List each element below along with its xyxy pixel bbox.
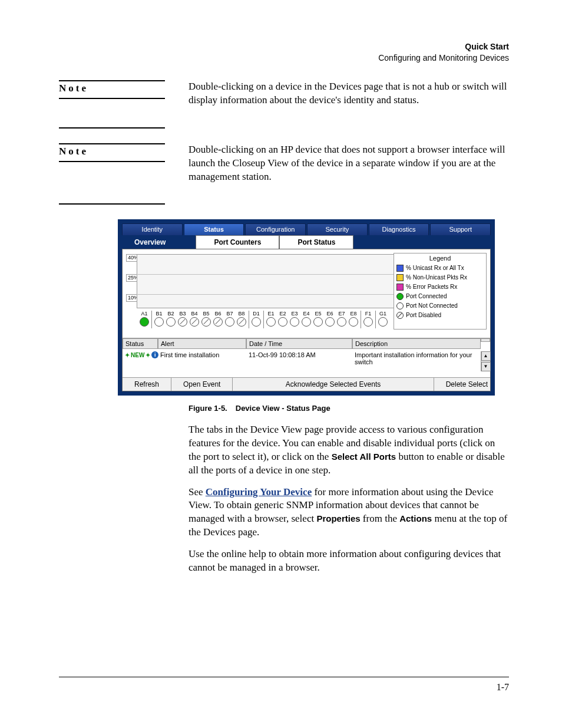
subtab-port-counters[interactable]: Port Counters (196, 235, 279, 249)
legend-item: % Unicast Rx or All Tx (396, 263, 484, 273)
subtab-port-status[interactable]: Port Status (279, 235, 353, 249)
open-event-button[interactable]: Open Event (171, 378, 233, 391)
port-status-icon (302, 317, 311, 327)
port-B8[interactable]: B8 (236, 311, 247, 328)
port-label: B3 (179, 311, 186, 317)
port-label: B7 (226, 311, 233, 317)
header-title: Quick Start (59, 41, 509, 52)
port-G1[interactable]: G1 (378, 311, 388, 328)
port-E3[interactable]: E3 (289, 311, 300, 328)
subtab-overview[interactable]: Overview (124, 235, 196, 249)
col-scroller (481, 338, 490, 342)
note-block-2: Note Double-clicking on an HP device tha… (59, 143, 509, 205)
port-B2[interactable]: B2 (166, 311, 176, 328)
port-label: B2 (167, 311, 174, 317)
port-status-icon (349, 317, 358, 327)
port-E7[interactable]: E7 (336, 311, 347, 328)
col-alert: Alert (158, 338, 246, 349)
legend-swatch-icon (396, 274, 404, 281)
legend-label: Port Not Connected (406, 301, 458, 311)
figure-caption: Figure 1-5.Device View - Status Page (189, 404, 509, 413)
delete-selected-button[interactable]: Delete Select (434, 378, 490, 391)
port-label: E4 (303, 311, 309, 317)
port-status-icon (337, 317, 346, 327)
port-label: F1 (365, 311, 372, 317)
event-description: Important installation information for y… (352, 351, 481, 365)
body-text: The tabs in the Device View page provide… (189, 423, 509, 575)
event-datetime: 11-Oct-99 10:08:18 AM (246, 351, 352, 358)
tab-configuration[interactable]: Configuration (245, 223, 306, 235)
new-badge: ✦NEW✦ i (125, 351, 158, 358)
legend-label: % Non-Unicast Pkts Rx (406, 273, 467, 282)
configuring-your-device-link[interactable]: Configuring Your Device (206, 486, 312, 498)
port-E1[interactable]: E1 (266, 311, 276, 328)
port-A1[interactable]: A1 (139, 311, 150, 328)
port-status-icon (266, 317, 276, 327)
note-label: Note (59, 143, 165, 162)
legend-swatch-icon (396, 312, 404, 319)
port-D1[interactable]: D1 (251, 311, 262, 328)
port-E2[interactable]: E2 (277, 311, 288, 328)
port-status-icon (154, 317, 164, 327)
tab-status[interactable]: Status (184, 223, 244, 235)
port-B5[interactable]: B5 (201, 311, 211, 328)
port-B3[interactable]: B3 (177, 311, 188, 328)
port-B7[interactable]: B7 (224, 311, 235, 328)
legend-item: Port Disabled (396, 311, 484, 320)
port-status-icon (225, 317, 234, 327)
event-row[interactable]: ✦NEW✦ i First time installation 11-Oct-9… (123, 349, 490, 377)
tab-support[interactable]: Support (430, 223, 491, 235)
port-E6[interactable]: E6 (325, 311, 335, 328)
port-row: A1B1B2B3B4B5B6B7B8D1E1E2E3E4E5E6E7E8F1G1 (139, 311, 398, 328)
event-table: Status Alert Date / Time Description ✦NE… (123, 338, 490, 377)
legend-title: Legend (396, 255, 484, 262)
legend-label: % Error Packets Rx (406, 282, 457, 292)
action-bar: Refresh Open Event Acknowledge Selected … (123, 377, 490, 391)
port-E8[interactable]: E8 (348, 311, 359, 328)
scroll-down-icon[interactable]: ▼ (481, 362, 491, 371)
scrollbar[interactable]: ▲ ▼ (481, 351, 490, 371)
legend-label: Port Connected (406, 292, 447, 301)
page-number: 1-7 (497, 682, 509, 693)
port-F1[interactable]: F1 (363, 311, 373, 328)
page-header: Quick Start Configuring and Monitoring D… (59, 41, 509, 64)
port-label: A1 (141, 311, 147, 317)
note-block-1: Note Double-clicking on a device in the … (59, 80, 509, 129)
tab-security[interactable]: Security (307, 223, 368, 235)
port-B4[interactable]: B4 (189, 311, 200, 328)
port-status-icon (313, 317, 323, 327)
note-label: Note (59, 80, 165, 99)
port-label: B5 (203, 311, 209, 317)
figure-number: Figure 1-5. (189, 404, 227, 413)
port-label: E1 (267, 311, 274, 317)
port-status-icon (166, 317, 176, 327)
note-text: Double-clicking on an HP device that doe… (189, 143, 509, 205)
ack-events-button[interactable]: Acknowledge Selected Events (233, 378, 434, 391)
port-label: E5 (315, 311, 321, 317)
port-label: G1 (379, 311, 386, 317)
port-status-icon (213, 317, 223, 327)
port-B1[interactable]: B1 (154, 311, 164, 328)
refresh-button[interactable]: Refresh (123, 378, 171, 391)
legend-label: Port Disabled (406, 311, 441, 320)
top-tab-row: Identity Status Configuration Security D… (121, 222, 492, 235)
scroll-up-icon[interactable]: ▲ (481, 351, 491, 361)
legend-swatch-icon (396, 302, 404, 309)
legend-item: % Error Packets Rx (396, 282, 484, 292)
port-label: E7 (338, 311, 345, 317)
tab-diagnostics[interactable]: Diagnostics (369, 223, 429, 235)
legend-box: Legend % Unicast Rx or All Tx% Non-Unica… (394, 253, 487, 330)
port-label: E2 (279, 311, 286, 317)
port-label: E3 (291, 311, 297, 317)
tab-identity[interactable]: Identity (122, 223, 183, 235)
legend-swatch-icon (396, 293, 404, 300)
port-status-icon (363, 317, 373, 327)
port-E5[interactable]: E5 (313, 311, 323, 328)
port-B6[interactable]: B6 (213, 311, 223, 328)
legend-item: Port Not Connected (396, 301, 484, 311)
port-E4[interactable]: E4 (301, 311, 312, 328)
legend-swatch-icon (396, 265, 404, 272)
legend-item: % Non-Unicast Pkts Rx (396, 273, 484, 282)
port-status-icon (290, 317, 299, 327)
event-alert: First time installation (158, 351, 246, 358)
